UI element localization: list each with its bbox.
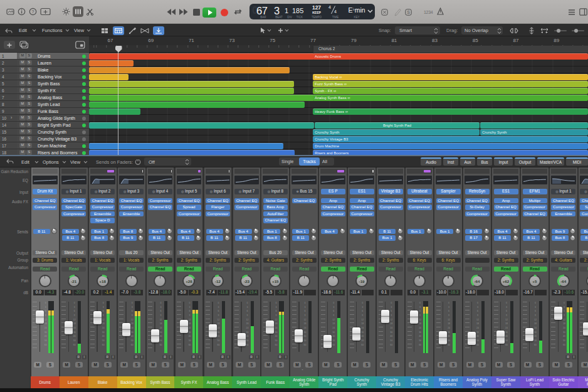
svg-text:S: S (407, 10, 410, 14)
svg-text:?: ? (32, 9, 34, 14)
